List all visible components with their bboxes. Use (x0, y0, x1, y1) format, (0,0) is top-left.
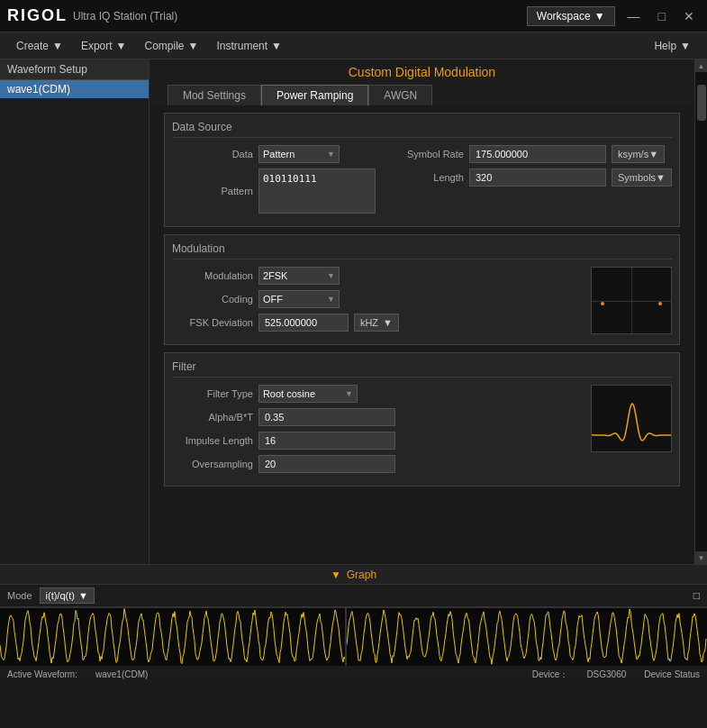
filter-type-row: Filter Type Root cosine ▼ (172, 385, 584, 403)
coding-dropdown[interactable]: OFF ▼ (258, 290, 340, 308)
sidebar-item-wave1[interactable]: wave1(CDM) (0, 80, 149, 98)
instrument-label: Instrument (216, 40, 267, 52)
modulation-preview (591, 267, 672, 337)
menu-compile[interactable]: Compile ▼ (136, 36, 208, 56)
sidebar-header: Waveform Setup (0, 59, 149, 80)
expand-icon: □ (693, 589, 700, 602)
filter-type-arrow-icon: ▼ (345, 389, 353, 398)
mode-dropdown[interactable]: i(t)/q(t) ▼ (40, 587, 95, 604)
fsk-unit-arrow-icon: ▼ (383, 317, 393, 328)
main-area: Waveform Setup wave1(CDM) Custom Digital… (0, 59, 707, 564)
filter-preview-area (591, 385, 672, 478)
alpha-row: Alpha/B*T (172, 408, 584, 426)
length-unit-dropdown[interactable]: Symbols ▼ (612, 168, 672, 187)
export-arrow-icon: ▼ (116, 40, 127, 52)
mod-vline (631, 268, 632, 333)
menu-instrument[interactable]: Instrument ▼ (207, 36, 291, 56)
active-waveform-label: Active Waveform: (7, 669, 77, 679)
impulse-label: Impulse Length (172, 435, 253, 446)
symbol-rate-label: Symbol Rate (383, 149, 464, 159)
help-area: Help ▼ (645, 36, 700, 56)
close-button[interactable]: ✕ (678, 7, 700, 25)
oversampling-row: Oversampling (172, 455, 584, 473)
workspace-arrow-icon: ▼ (594, 10, 605, 23)
titlebar-right: Workspace ▼ — □ ✕ (527, 6, 700, 26)
alpha-input[interactable] (258, 408, 395, 426)
minimize-button[interactable]: — (622, 7, 646, 25)
scroll-down-icon[interactable]: ▼ (695, 551, 708, 564)
data-source-title: Data Source (172, 121, 672, 138)
filter-canvas (592, 386, 672, 452)
symbol-rate-unit-value: ksym/s (618, 149, 648, 159)
compile-arrow-icon: ▼ (188, 40, 199, 52)
length-input[interactable] (469, 168, 606, 187)
modulation-left: Modulation 2FSK ▼ Coding OFF ▼ (172, 267, 584, 337)
create-arrow-icon: ▼ (52, 40, 63, 52)
waveform-right (347, 608, 707, 666)
help-label: Help (654, 40, 676, 52)
waveform-left (0, 608, 347, 666)
coding-row: Coding OFF ▼ (172, 290, 584, 308)
menu-help[interactable]: Help ▼ (645, 36, 700, 56)
modulation-title: Modulation (172, 242, 672, 259)
length-unit-arrow-icon: ▼ (656, 172, 666, 183)
statusbar: Active Waveform: wave1(CDM) Device： DSG3… (0, 665, 707, 683)
symbol-rate-unit-dropdown[interactable]: ksym/s ▼ (612, 145, 665, 163)
modulation-dropdown[interactable]: 2FSK ▼ (258, 267, 340, 285)
menu-create[interactable]: Create ▼ (7, 36, 72, 56)
fsk-input[interactable] (258, 314, 349, 332)
vertical-scrollbar[interactable]: ▲ ▼ (694, 59, 707, 564)
fsk-unit-dropdown[interactable]: kHZ ▼ (354, 314, 399, 332)
sidebar: Waveform Setup wave1(CDM) (0, 59, 150, 564)
help-arrow-icon: ▼ (680, 40, 691, 52)
menubar: Create ▼ Export ▼ Compile ▼ Instrument ▼… (0, 32, 707, 59)
workspace-button[interactable]: Workspace ▼ (527, 6, 615, 26)
graph-toggle-bar[interactable]: ▼ Graph (0, 564, 707, 584)
modulation-section: Modulation Modulation 2FSK ▼ Coding (164, 234, 680, 345)
length-unit-value: Symbols (618, 172, 656, 183)
tab-power-ramping[interactable]: Power Ramping (261, 85, 368, 105)
create-label: Create (16, 40, 49, 52)
pattern-input[interactable] (258, 168, 376, 214)
scroll-thumb[interactable] (697, 85, 706, 121)
modulation-arrow-icon: ▼ (327, 271, 335, 280)
active-waveform-value: wave1(CDM) (95, 669, 148, 679)
modulation-rows: Modulation 2FSK ▼ Coding OFF ▼ (172, 267, 672, 337)
tabs: Mod Settings Power Ramping AWGN (150, 85, 694, 105)
modulation-type-row: Modulation 2FSK ▼ (172, 267, 584, 285)
coding-label: Coding (172, 294, 253, 305)
data-source-section: Data Source Data Pattern ▼ Pattern (164, 113, 680, 227)
titlebar: RIGOL Ultra IQ Station (Trial) Workspace… (0, 0, 707, 32)
impulse-row: Impulse Length (172, 432, 584, 450)
data-dropdown-value: Pattern (263, 149, 295, 159)
filter-chart (591, 385, 672, 452)
mode-label: Mode (7, 590, 32, 601)
impulse-input[interactable] (258, 432, 395, 450)
fsk-row: FSK Deviation kHZ ▼ (172, 314, 584, 332)
compile-label: Compile (145, 40, 185, 52)
waveform-canvas-left (0, 608, 347, 666)
oversampling-input[interactable] (258, 455, 395, 473)
menu-export[interactable]: Export ▼ (72, 36, 136, 56)
tab-mod-settings[interactable]: Mod Settings (168, 85, 261, 105)
expand-button[interactable]: □ (693, 589, 700, 602)
mode-dropdown-arrow-icon: ▼ (78, 590, 88, 601)
content-inner: Custom Digital Modulation Mod Settings P… (150, 59, 694, 564)
filter-left: Filter Type Root cosine ▼ Alpha/B*T Impu… (172, 385, 584, 478)
app-title: Ultra IQ Station (Trial) (73, 10, 177, 23)
data-dropdown[interactable]: Pattern ▼ (258, 145, 340, 163)
symbol-rate-input[interactable] (469, 145, 606, 163)
filter-type-label: Filter Type (172, 388, 253, 399)
length-row: Length Symbols ▼ (383, 168, 672, 187)
titlebar-left: RIGOL Ultra IQ Station (Trial) (7, 6, 177, 25)
scroll-up-icon[interactable]: ▲ (695, 59, 708, 72)
waveform-container (0, 607, 707, 665)
export-label: Export (81, 40, 113, 52)
mode-bar: Mode i(t)/q(t) ▼ □ (0, 584, 707, 607)
coding-arrow-icon: ▼ (327, 295, 335, 304)
tab-awgn[interactable]: AWGN (368, 85, 432, 105)
data-label: Data (172, 149, 253, 159)
filter-type-dropdown[interactable]: Root cosine ▼ (258, 385, 358, 403)
content-title: Custom Digital Modulation (150, 59, 694, 85)
maximize-button[interactable]: □ (653, 7, 671, 25)
